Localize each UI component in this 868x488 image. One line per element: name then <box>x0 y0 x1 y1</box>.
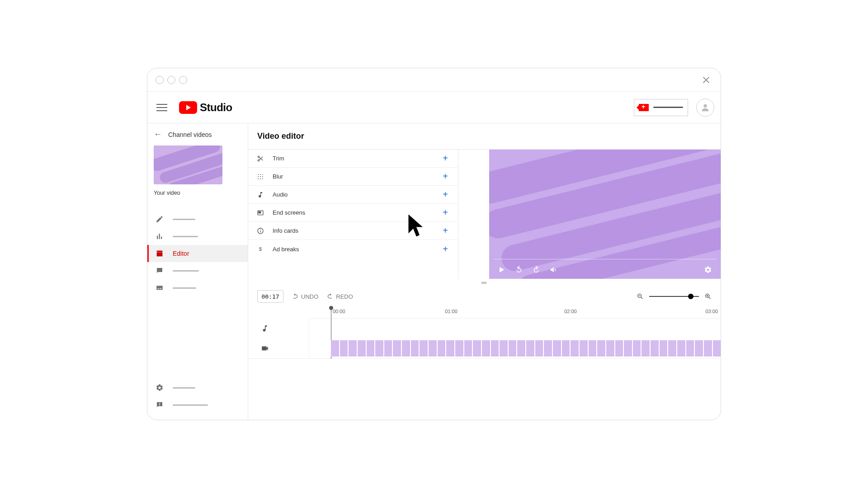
svg-point-18 <box>260 178 261 179</box>
dollar-icon: $ <box>255 244 265 254</box>
forward-button[interactable] <box>532 265 541 274</box>
tool-row-info-cards: Info cards + <box>248 222 458 240</box>
rewind-button[interactable] <box>514 265 524 274</box>
svg-rect-5 <box>158 288 160 289</box>
video-thumbnail[interactable] <box>154 145 222 184</box>
play-button[interactable] <box>497 265 506 274</box>
tool-row-trim: Trim + <box>248 150 458 168</box>
add-info-card-button[interactable]: + <box>440 225 451 236</box>
gear-icon <box>155 383 165 393</box>
video-clips[interactable] <box>331 340 721 357</box>
brand-text: Studio <box>200 101 232 114</box>
sidebar: ← Channel videos Your video <box>147 123 248 420</box>
tool-label-ad-breaks: Ad breaks <box>273 246 299 253</box>
sidebar-item-comments[interactable] <box>147 262 248 279</box>
timeline[interactable]: 00:00 01:00 02:00 03:00 <box>248 306 721 359</box>
back-label: Channel videos <box>168 131 212 138</box>
tool-row-ad-breaks: $ Ad breaks + <box>248 240 458 258</box>
window-controls <box>156 76 187 84</box>
redo-label: REDO <box>336 293 353 300</box>
svg-point-0 <box>703 104 707 107</box>
svg-rect-6 <box>160 288 162 289</box>
account-avatar[interactable] <box>696 99 714 117</box>
svg-point-9 <box>258 156 259 157</box>
sidebar-item-analytics[interactable] <box>147 228 248 245</box>
svg-point-19 <box>262 178 263 179</box>
zoom-in-button[interactable] <box>704 293 712 300</box>
volume-button[interactable] <box>549 265 558 274</box>
zoom-slider[interactable] <box>649 296 699 297</box>
video-track[interactable] <box>248 338 721 358</box>
window-close-dot[interactable] <box>156 76 164 84</box>
tick-2: 02:00 <box>564 309 577 314</box>
end-screen-icon <box>255 208 265 218</box>
scissors-icon <box>255 154 265 164</box>
info-icon <box>255 226 265 236</box>
create-label-placeholder <box>653 107 683 108</box>
timeline-ruler[interactable]: 00:00 01:00 02:00 03:00 <box>309 306 721 319</box>
window-max-dot[interactable] <box>179 76 187 84</box>
sidebar-heading: Your video <box>154 190 241 196</box>
svg-point-13 <box>262 174 263 175</box>
tool-row-audio: Audio + <box>248 186 458 204</box>
undo-button[interactable]: UNDO <box>292 293 318 300</box>
back-to-channel-videos[interactable]: ← Channel videos <box>154 130 241 139</box>
svg-point-12 <box>260 174 261 175</box>
nav-label-placeholder <box>173 387 195 389</box>
tick-3: 03:00 <box>705 309 718 314</box>
sidebar-item-subtitles[interactable] <box>147 279 248 296</box>
svg-rect-1 <box>157 236 158 239</box>
current-time-display[interactable]: 00:17 <box>257 290 283 303</box>
subtitles-icon <box>155 283 165 293</box>
nav-label-placeholder <box>173 270 199 272</box>
camera-plus-icon <box>639 104 649 111</box>
add-ad-break-button[interactable]: + <box>440 244 451 254</box>
video-track-header <box>248 338 309 358</box>
app-window: Studio ← Channel videos <box>147 68 721 420</box>
svg-rect-3 <box>161 237 162 239</box>
timeline-toolbar: 00:17 UNDO REDO <box>248 287 721 306</box>
window-min-dot[interactable] <box>167 76 175 84</box>
titlebar <box>147 68 721 92</box>
add-trim-button[interactable]: + <box>440 153 451 164</box>
player-controls <box>489 261 721 279</box>
add-end-screen-button[interactable]: + <box>440 207 451 218</box>
arrow-left-icon: ← <box>154 130 162 139</box>
zoom-out-button[interactable] <box>637 293 644 300</box>
svg-rect-7 <box>159 403 160 404</box>
nav-label-placeholder <box>173 236 198 237</box>
nav-label-placeholder <box>173 404 208 406</box>
brand[interactable]: Studio <box>179 101 232 114</box>
add-audio-button[interactable]: + <box>440 189 451 200</box>
svg-point-16 <box>262 176 263 177</box>
audio-track-header <box>248 319 309 338</box>
menu-icon[interactable] <box>154 99 170 116</box>
svg-text:$: $ <box>259 246 262 252</box>
blur-grid-icon <box>255 172 265 182</box>
audio-track[interactable] <box>248 319 721 338</box>
svg-point-14 <box>258 176 259 177</box>
svg-point-17 <box>258 178 259 179</box>
svg-rect-21 <box>259 211 261 213</box>
sidebar-item-details[interactable] <box>147 211 248 228</box>
tool-label-info-cards: Info cards <box>273 227 298 234</box>
svg-rect-2 <box>159 234 160 239</box>
svg-point-10 <box>258 160 259 161</box>
sidebar-item-feedback[interactable] <box>147 396 248 413</box>
player-settings-button[interactable] <box>703 265 712 274</box>
tool-row-end-screens: End screens + <box>248 204 458 222</box>
create-button[interactable] <box>634 99 688 116</box>
add-blur-button[interactable]: + <box>440 171 451 182</box>
panel-resize-handle[interactable]: ═ <box>248 279 721 287</box>
sidebar-item-settings[interactable] <box>147 379 248 396</box>
close-icon[interactable] <box>700 74 712 86</box>
nav-label-placeholder <box>173 219 195 220</box>
main-panel: Video editor Trim + Blur + <box>248 123 721 420</box>
video-preview[interactable] <box>489 150 721 279</box>
svg-point-15 <box>260 176 261 177</box>
redo-button[interactable]: REDO <box>326 293 353 300</box>
tool-label-trim: Trim <box>273 155 284 162</box>
tick-0: 00:00 <box>333 309 345 314</box>
youtube-icon <box>179 101 197 114</box>
sidebar-item-editor[interactable]: Editor <box>147 245 248 262</box>
